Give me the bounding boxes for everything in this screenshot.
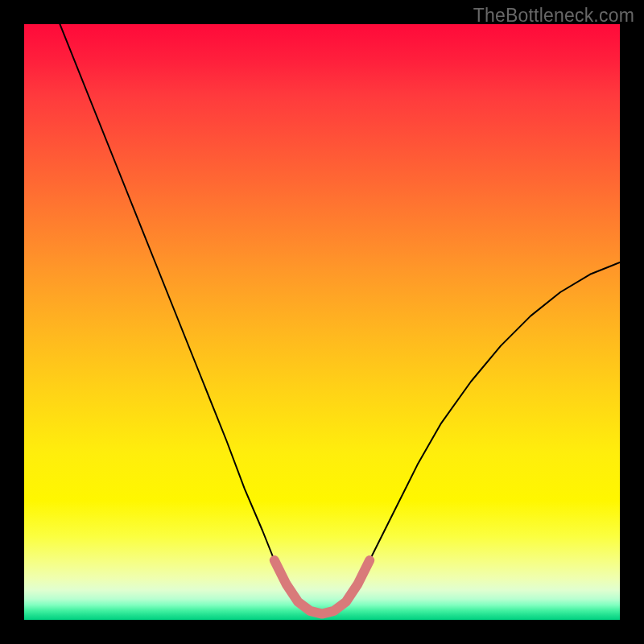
chart-svg [24,24,620,620]
plot-area [24,24,620,620]
chart-frame: TheBottleneck.com [0,0,644,644]
pink-bottom-segment [275,560,369,614]
black-curve [60,24,620,614]
series-group [60,24,620,614]
watermark-text: TheBottleneck.com [473,5,634,27]
